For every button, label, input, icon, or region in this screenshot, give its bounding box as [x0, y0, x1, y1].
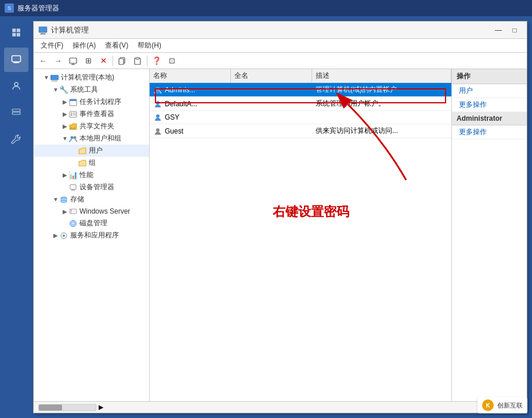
svg-point-36 [71, 211, 71, 211]
sidebar-nav-servers[interactable] [4, 101, 28, 125]
svg-point-44 [156, 101, 160, 105]
default-fullname [231, 102, 312, 106]
tb-copy[interactable] [115, 55, 129, 67]
shared-folders-label: 共享文件夹 [79, 121, 114, 131]
svg-rect-22 [70, 111, 77, 117]
groups-folder-label: 组 [89, 158, 96, 168]
col-header-fullname[interactable]: 全名 [231, 69, 312, 82]
local-users-icon [68, 134, 78, 143]
scroll-bar[interactable] [38, 404, 96, 411]
svg-rect-30 [71, 190, 75, 190]
event-viewer-label: 事件查看器 [79, 109, 114, 119]
tb-up[interactable] [66, 55, 80, 67]
tb-delete[interactable]: ✕ [96, 55, 110, 67]
tree-users-folder[interactable]: ▶ 用户 [34, 145, 149, 157]
svg-rect-18 [50, 75, 59, 80]
user-icon-admin [153, 85, 162, 95]
svg-point-28 [74, 136, 77, 139]
user-icon-guest [153, 127, 162, 136]
svg-point-23 [71, 113, 72, 114]
tree-task-scheduler[interactable]: ▶ 任务计划程序 [34, 96, 149, 108]
sidebar-nav-roles[interactable] [4, 74, 28, 99]
administrator-row[interactable]: Adminis... 管理计算机(域)的内置帐户 [150, 83, 451, 97]
gsy-name: GSY [165, 113, 179, 121]
tree-device-manager[interactable]: ▶ 设备管理器 [34, 181, 149, 193]
minimize-button[interactable]: — [491, 24, 506, 36]
storage-icon [59, 195, 68, 204]
performance-icon: 📊 [68, 171, 78, 180]
tree-disk-management[interactable]: ▶ 磁盘管理 [34, 217, 149, 229]
tb-back[interactable]: ← [36, 55, 50, 67]
menu-help[interactable]: 帮助(H) [133, 39, 166, 52]
menu-file[interactable]: 文件(F) [36, 39, 68, 52]
actions-more2-link[interactable]: 更多操作 [452, 125, 527, 139]
tree-windows-server[interactable]: ▶ Windows Server [34, 206, 149, 217]
svg-point-27 [71, 136, 74, 139]
svg-point-5 [15, 82, 18, 86]
svg-rect-15 [119, 59, 124, 64]
list-pane: 名称 全名 描述 Adminis. [150, 69, 451, 401]
tree-groups-folder[interactable]: ▶ 组 [34, 157, 149, 169]
compmgmt-icon [38, 26, 48, 35]
main-content: ▼ 计算机管理(本地) ▼ [34, 69, 527, 401]
tb-forward[interactable]: → [51, 55, 65, 67]
guest-row[interactable]: Guest 供来宾访问计算机或访问... [150, 124, 451, 138]
svg-rect-4 [12, 56, 20, 62]
svg-rect-0 [12, 28, 16, 32]
storage-label: 存储 [70, 194, 84, 204]
user-icon-default [153, 99, 162, 109]
tree-storage[interactable]: ▼ 存储 [34, 193, 149, 206]
actions-pane: 操作 用户 更多操作 Administrator 更多操作 [451, 69, 527, 401]
maximize-button[interactable]: □ [507, 24, 522, 36]
col-header-desc[interactable]: 描述 [312, 69, 451, 82]
svg-rect-8 [39, 27, 47, 33]
defaultaccount-row[interactable]: DefaultA... 系统管理的用户帐户。 [150, 97, 451, 111]
menu-action[interactable]: 操作(A) [68, 39, 100, 52]
tree-root[interactable]: ▼ 计算机管理(本地) [34, 71, 149, 84]
windows-server-label: Windows Server [79, 207, 130, 215]
window-title-text: 计算机管理 [51, 25, 89, 35]
tb-help[interactable]: ❓ [150, 55, 164, 67]
menubar: 文件(F) 操作(A) 查看(V) 帮助(H) [34, 39, 527, 53]
tb-sep2 [147, 56, 147, 66]
task-scheduler-icon [68, 98, 78, 107]
device-manager-label: 设备管理器 [79, 182, 114, 192]
sidebar-nav-dashboard[interactable] [4, 21, 28, 45]
scroll-arrow[interactable]: ▶ [99, 403, 103, 411]
menu-view[interactable]: 查看(V) [100, 39, 133, 52]
window-controls: — □ [491, 24, 522, 36]
toolbar: ← → ⊞ ✕ ❓ ⊡ [34, 53, 527, 69]
tree-local-users[interactable]: ▼ 本地用户和组 [34, 132, 149, 145]
tree-pane[interactable]: ▼ 计算机管理(本地) ▼ [34, 69, 150, 401]
tree-root-label: 计算机管理(本地) [61, 73, 114, 82]
gsy-row[interactable]: GSY [150, 111, 451, 124]
tb-grid[interactable]: ⊞ [81, 55, 95, 67]
shell-titlebar: S 服务器管理器 [0, 0, 532, 16]
disk-management-icon [68, 219, 78, 228]
tb-paste[interactable] [131, 55, 144, 67]
tree-services-apps[interactable]: ▶ 服务和应用程序 [34, 229, 149, 242]
tb-properties[interactable]: ⊡ [165, 55, 179, 67]
sidebar-nav-local[interactable] [4, 48, 28, 72]
tree-shared-folders[interactable]: ▶ 共享文件夹 [34, 120, 149, 132]
svg-point-33 [61, 200, 67, 203]
col-header-name[interactable]: 名称 [150, 69, 231, 82]
svg-point-45 [156, 114, 160, 118]
svg-point-39 [72, 222, 74, 225]
svg-rect-17 [136, 57, 139, 59]
svg-rect-10 [40, 34, 46, 34]
shared-folders-icon [68, 122, 78, 131]
actions-users-link[interactable]: 用户 [452, 84, 527, 98]
sidebar-nav-tools[interactable] [4, 128, 28, 152]
svg-point-35 [71, 210, 71, 210]
compmgmt-window: 计算机管理 — □ 文件(F) 操作(A) 查看(V) 帮助(H) ← → [33, 21, 527, 413]
tree-event-viewer[interactable]: ▶ 事件查看器 [34, 108, 149, 120]
svg-point-46 [156, 128, 160, 132]
groups-folder-icon [78, 158, 87, 168]
actions-more1-link[interactable]: 更多操作 [452, 98, 527, 112]
svg-rect-21 [70, 99, 77, 101]
tree-system-tools[interactable]: ▼ 🔧 系统工具 [34, 84, 149, 96]
tree-performance[interactable]: ▶ 📊 性能 [34, 169, 149, 181]
server-sidebar [0, 16, 32, 418]
actions-admin-title: Administrator [452, 112, 527, 125]
